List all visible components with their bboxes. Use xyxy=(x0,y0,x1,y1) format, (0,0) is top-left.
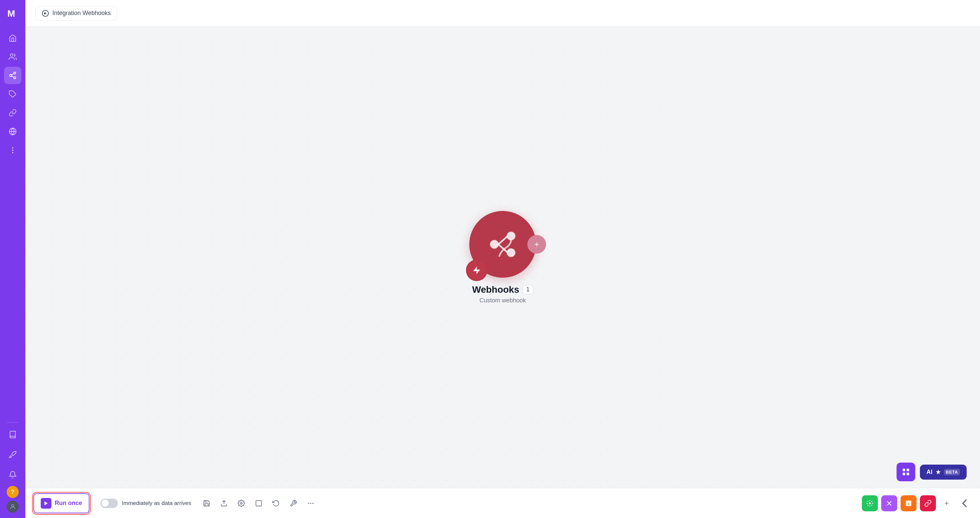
svg-point-10 xyxy=(12,147,13,149)
webhook-node[interactable]: + Webhooks 1 Custom webhook xyxy=(469,211,536,304)
header: Integration Webhooks xyxy=(25,0,980,27)
sidebar-item-home[interactable] xyxy=(4,29,21,47)
sparkle-icon xyxy=(935,469,941,475)
svg-line-5 xyxy=(12,76,14,78)
more-button[interactable] xyxy=(304,496,318,511)
green-action-button[interactable] xyxy=(862,495,878,511)
node-title-row: Webhooks 1 xyxy=(472,284,533,295)
ai-label: AI xyxy=(927,469,932,476)
svg-point-17 xyxy=(507,249,515,257)
node-subtitle: Custom webhook xyxy=(479,297,526,304)
settings-button[interactable] xyxy=(234,496,249,511)
node-title: Webhooks xyxy=(472,284,519,295)
sidebar-bottom: ? xyxy=(4,426,21,513)
svg-rect-22 xyxy=(902,469,905,471)
add-node-button[interactable]: + xyxy=(527,235,546,254)
sidebar-item-integrations[interactable] xyxy=(4,67,21,84)
lightning-badge xyxy=(466,260,487,281)
schedule-toggle[interactable] xyxy=(100,499,118,508)
svg-point-28 xyxy=(240,502,242,504)
tools-button[interactable] xyxy=(286,496,301,511)
app-logo[interactable]: M xyxy=(5,5,21,21)
svg-point-33 xyxy=(869,502,871,504)
svg-point-32 xyxy=(312,503,313,504)
add-button[interactable]: + xyxy=(939,496,954,511)
toggle-label: Immediately as data arrives xyxy=(122,500,191,507)
beta-badge: BETA xyxy=(944,469,960,475)
schedule-toggle-row: Immediately as data arrives xyxy=(100,499,191,508)
sidebar-item-team[interactable] xyxy=(4,48,21,65)
main-content: Integration Webhooks xyxy=(25,0,980,518)
sidebar-divider xyxy=(7,422,19,423)
export-button[interactable] xyxy=(216,496,231,511)
orange-action-button[interactable]: 1 xyxy=(900,495,916,511)
sidebar: M ? xyxy=(0,0,25,518)
pink-action-button[interactable] xyxy=(920,495,936,511)
svg-marker-26 xyxy=(45,501,48,505)
svg-marker-21 xyxy=(473,266,480,274)
webhook-svg-icon xyxy=(483,224,523,264)
svg-point-4 xyxy=(14,77,16,79)
toolbar: Run once Immediately as data arrives xyxy=(25,488,980,518)
svg-point-13 xyxy=(12,504,14,507)
sidebar-item-apps[interactable] xyxy=(4,86,21,103)
svg-rect-29 xyxy=(256,500,262,506)
run-once-label: Run once xyxy=(55,500,82,507)
toolbar-right: 1 + xyxy=(862,495,972,511)
svg-rect-24 xyxy=(902,473,905,475)
sidebar-avatar[interactable] xyxy=(7,501,19,513)
sidebar-help-button[interactable]: ? xyxy=(7,486,19,498)
run-once-play-icon xyxy=(41,498,51,508)
toolbar-divider-1 xyxy=(95,497,95,510)
node-icon: + xyxy=(469,211,536,278)
svg-point-31 xyxy=(310,503,312,504)
canvas: + Webhooks 1 Custom webhook xyxy=(25,27,980,488)
sidebar-item-launches[interactable] xyxy=(4,446,21,463)
svg-point-30 xyxy=(308,503,309,504)
svg-point-16 xyxy=(507,232,515,240)
notes-button[interactable] xyxy=(251,496,266,511)
svg-point-18 xyxy=(490,240,498,248)
purple-action-button[interactable] xyxy=(881,495,897,511)
back-button-label: Integration Webhooks xyxy=(52,10,111,17)
svg-rect-25 xyxy=(907,473,909,475)
back-button[interactable]: Integration Webhooks xyxy=(35,6,117,21)
svg-point-12 xyxy=(12,152,13,153)
svg-text:1: 1 xyxy=(908,502,909,505)
svg-point-3 xyxy=(10,75,12,76)
sidebar-item-more[interactable] xyxy=(4,141,21,159)
svg-text:M: M xyxy=(7,8,15,19)
sidebar-item-library[interactable] xyxy=(4,426,21,443)
svg-line-6 xyxy=(12,74,14,75)
save-button[interactable] xyxy=(199,496,214,511)
collapse-button[interactable] xyxy=(957,496,972,511)
run-once-button[interactable]: Run once xyxy=(33,493,89,513)
sidebar-item-notifications[interactable] xyxy=(4,466,21,483)
toggle-knob xyxy=(102,500,109,507)
grid-button[interactable] xyxy=(897,462,915,481)
svg-line-19 xyxy=(498,237,507,244)
undo-button[interactable] xyxy=(269,496,283,511)
ai-controls: AI BETA xyxy=(897,462,967,481)
sidebar-item-globe[interactable] xyxy=(4,123,21,140)
sidebar-nav xyxy=(4,29,21,419)
sidebar-item-links[interactable] xyxy=(4,104,21,121)
svg-rect-23 xyxy=(907,469,909,471)
svg-point-1 xyxy=(10,54,13,56)
ai-button[interactable]: AI BETA xyxy=(920,465,967,480)
svg-point-2 xyxy=(14,72,16,74)
node-badge: 1 xyxy=(523,285,533,294)
toolbar-icons xyxy=(199,496,318,511)
svg-point-11 xyxy=(12,149,13,151)
